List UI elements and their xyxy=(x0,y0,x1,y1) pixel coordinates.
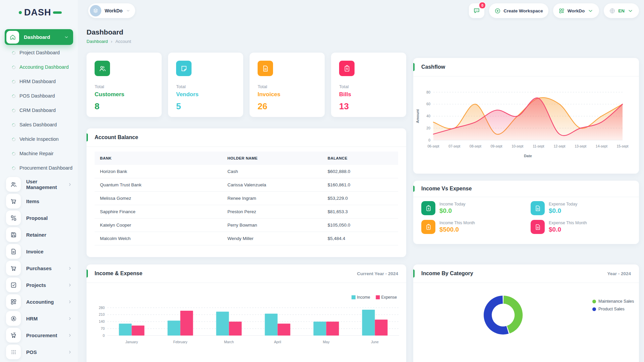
stat-card-icon-chip xyxy=(95,61,110,76)
table-cell: Cash xyxy=(222,165,322,178)
sidebar-subitem[interactable]: Procurement Dashboard xyxy=(5,161,73,175)
account-balance-panel: Account Balance BANKHOLDER NAMEBALANCE H… xyxy=(87,128,406,257)
sidebar-subitem[interactable]: CRM Dashboard xyxy=(5,103,73,118)
dashboard-submenu: Project DashboardAccounting DashboardHRM… xyxy=(5,46,73,175)
svg-text:March: March xyxy=(224,340,234,344)
table-cell: Horizon Bank xyxy=(95,165,222,178)
sidebar-item-retainer[interactable]: Retainer xyxy=(5,226,73,243)
sidebar-item-purchases[interactable]: Purchases xyxy=(5,260,73,277)
sidebar-subitem[interactable]: Machine Repair xyxy=(5,146,73,161)
stat-card-bills[interactable]: $TotalBills13 xyxy=(331,53,406,117)
panel-header: Income & Expense Current Year - 2024 xyxy=(87,264,406,283)
breadcrumb-separator: › xyxy=(111,39,112,44)
table-cell: Melissa Gomez xyxy=(95,192,222,205)
procurement-cart-icon xyxy=(10,332,17,339)
sidebar-subitem-label: Vehicle Inspection xyxy=(19,136,59,143)
stat-card-value: 8 xyxy=(95,101,154,112)
messenger-button[interactable]: 0 xyxy=(469,3,484,18)
create-workspace-button[interactable]: Create Workspace xyxy=(489,3,548,18)
sidebar-item-proposal[interactable]: Proposal xyxy=(5,209,73,226)
workspace-switcher[interactable]: WorkDo xyxy=(88,3,135,18)
table-row[interactable]: Melissa GomezRenee Ingram$53,229.0 xyxy=(95,192,398,205)
svg-text:13-sept: 13-sept xyxy=(575,144,586,148)
users-icon xyxy=(10,181,17,188)
icon-chip xyxy=(6,177,21,192)
app-logo[interactable]: DASH xyxy=(0,0,78,18)
panel-period: Current Year - 2024 xyxy=(357,271,398,276)
svg-text:Date: Date xyxy=(524,154,532,158)
logo-text: DASH xyxy=(24,7,51,18)
chevron-down-icon xyxy=(587,8,594,14)
accounting-icon xyxy=(10,298,17,305)
ive-value: $0.0 xyxy=(549,226,587,233)
table-row[interactable]: Sapphire FinancePreston Perez$81,653.3 xyxy=(95,205,398,219)
sidebar-item-projects[interactable]: Projects xyxy=(5,277,73,293)
workdo-menu-button[interactable]: WorkDo xyxy=(553,3,599,18)
logo-dot-icon xyxy=(19,11,22,14)
table-cell: Sapphire Finance xyxy=(95,205,222,219)
users-icon xyxy=(99,65,106,72)
icon-chip xyxy=(6,278,21,292)
ive-tile-expense-this-month: Expense This Month$0.0 xyxy=(531,220,639,234)
table-header-row: BANKHOLDER NAMEBALANCE xyxy=(95,152,398,165)
bill-icon: $ xyxy=(425,205,432,212)
legend-label-expense: Expense xyxy=(381,295,397,300)
sidebar-subitem[interactable]: Sales Dashboard xyxy=(5,118,73,132)
sidebar-item-dashboard[interactable]: Dashboard xyxy=(5,29,73,45)
ive-value: $500.0 xyxy=(439,226,475,233)
sidebar-item-label: Procurement xyxy=(26,333,67,338)
table-row[interactable]: Horizon BankCash$602,888.0 xyxy=(95,165,398,178)
sidebar-subitem-label: Project Dashboard xyxy=(19,50,60,56)
svg-text:June: June xyxy=(371,340,379,344)
icon-chip xyxy=(6,345,21,359)
table-row[interactable]: Katelyn CooperPerry Bowman$105,050.0 xyxy=(95,219,398,232)
chevron-down-icon xyxy=(64,35,69,40)
ive-icon-chip xyxy=(531,201,545,215)
sidebar-subitem-label: Machine Repair xyxy=(19,150,54,157)
sidebar-item-invoice[interactable]: Invoice xyxy=(5,243,73,260)
sidebar-subitem[interactable]: Vehicle Inspection xyxy=(5,132,73,146)
svg-text:40: 40 xyxy=(426,114,430,118)
sidebar-item-user-management[interactable]: User Management xyxy=(5,176,73,193)
table-column-header: BALANCE xyxy=(322,152,398,165)
page-title: Dashboard xyxy=(87,28,131,36)
sidebar-subitem[interactable]: Project Dashboard xyxy=(5,46,73,60)
invoice-icon xyxy=(10,248,17,255)
sidebar-subitem-label: CRM Dashboard xyxy=(19,107,56,114)
panel-header: Income Vs Expense xyxy=(413,181,639,197)
ive-label: Expense Today xyxy=(549,202,577,206)
breadcrumb-root-link[interactable]: Dashboard xyxy=(87,39,108,44)
stat-card-vendors[interactable]: TotalVendors5 xyxy=(168,53,243,117)
legend-item: Maintenance Sales xyxy=(592,299,634,304)
ive-icon-chip: $ xyxy=(421,220,435,234)
sidebar-item-items[interactable]: Items xyxy=(5,193,73,209)
workspace-name: WorkDo xyxy=(105,8,122,13)
donut-slice-product-sales xyxy=(488,300,507,330)
ive-label: Income Today xyxy=(439,202,466,206)
stat-card-caption: Total xyxy=(176,84,235,89)
sidebar-subitem[interactable]: Accounting Dashboard xyxy=(5,60,73,74)
svg-text:0: 0 xyxy=(428,138,430,142)
sidebar-item-accounting[interactable]: Accounting xyxy=(5,293,73,310)
home-icon xyxy=(9,34,16,41)
stat-card-invoices[interactable]: TotalInvoices26 xyxy=(250,53,325,117)
language-selector[interactable]: EN xyxy=(604,3,639,18)
legend-swatch-expense xyxy=(376,295,380,299)
stat-card-customers[interactable]: TotalCustomers8 xyxy=(87,53,162,117)
sidebar-subitem[interactable]: POS Dashboard xyxy=(5,89,73,103)
panel-title: Income & Expense xyxy=(95,270,142,277)
legend-dot-icon xyxy=(592,307,596,311)
ive-tile-income-today: $Income Today$0.0 xyxy=(421,201,531,215)
bar-income-april xyxy=(265,314,278,336)
sidebar-item-label: Invoice xyxy=(26,249,73,254)
sidebar-item-procurement[interactable]: Procurement xyxy=(5,327,73,344)
table-cell: $105,050.0 xyxy=(322,219,398,232)
table-row[interactable]: Quantum Trust BankCarissa Valenzuela$160… xyxy=(95,178,398,192)
sidebar-subitem-label: HRM Dashboard xyxy=(19,78,56,85)
sidebar-subitem[interactable]: HRM Dashboard xyxy=(5,74,73,89)
svg-text:140: 140 xyxy=(99,319,105,323)
table-row[interactable]: Malcolm WelchWendy Miller$5,484.4 xyxy=(95,232,398,245)
sidebar-item-pos[interactable]: POS xyxy=(5,344,73,360)
svg-text:10-sept: 10-sept xyxy=(512,144,523,148)
sidebar-item-hrm[interactable]: HRM xyxy=(5,310,73,327)
